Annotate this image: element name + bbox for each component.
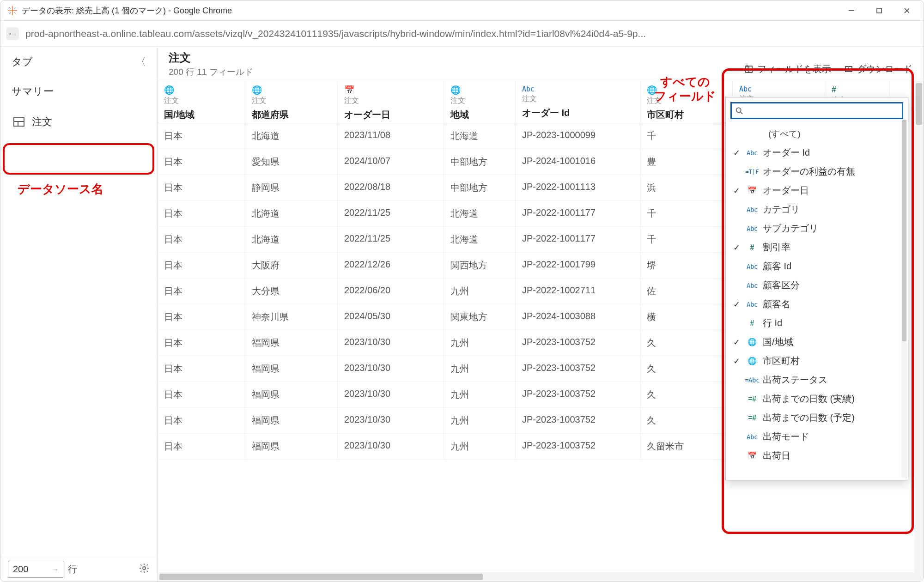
vscroll-thumb[interactable] — [916, 83, 922, 125]
cell[interactable]: 中部地方 — [444, 175, 516, 201]
cell[interactable]: 大分県 — [245, 279, 338, 304]
sidebar-item-summary[interactable]: サマリー — [0, 77, 157, 106]
cell[interactable]: 福岡県 — [245, 330, 338, 356]
field-item[interactable]: Abcサブカテゴリ — [726, 219, 908, 238]
sidebar-item-datasource[interactable]: 注文 — [5, 109, 152, 135]
field-search-box[interactable] — [730, 102, 903, 119]
cell[interactable]: 浜 — [640, 175, 733, 201]
cell[interactable]: 九州 — [444, 330, 516, 356]
row-count-input[interactable]: 200 → — [8, 561, 63, 578]
cell[interactable]: 北海道 — [245, 201, 338, 227]
cell[interactable]: 日本 — [158, 175, 245, 201]
horizontal-scrollbar[interactable] — [158, 572, 924, 582]
field-item[interactable]: Abc顧客区分 — [726, 276, 908, 295]
cell[interactable]: 九州 — [444, 279, 516, 304]
field-item[interactable]: =#出荷までの日数 (実績) — [726, 389, 908, 408]
cell[interactable]: 日本 — [158, 408, 245, 434]
cell[interactable]: 堺 — [640, 253, 733, 279]
field-item[interactable]: #行 Id — [726, 314, 908, 333]
cell[interactable]: 2023/10/30 — [338, 382, 444, 408]
cell[interactable]: 2022/12/26 — [338, 253, 444, 279]
popup-scroll-thumb[interactable] — [902, 120, 906, 341]
field-item[interactable]: ✓📅オーダー日 — [726, 181, 908, 200]
cell[interactable]: 日本 — [158, 356, 245, 382]
cell[interactable]: 横 — [640, 304, 733, 330]
cell[interactable]: JP-2023-1003752 — [516, 434, 640, 460]
field-item[interactable]: ✓#割引率 — [726, 238, 908, 257]
cell[interactable]: 久 — [640, 382, 733, 408]
cell[interactable]: 千 — [640, 227, 733, 253]
settings-icon[interactable] — [139, 563, 150, 576]
cell[interactable]: JP-2022-1001113 — [516, 175, 640, 201]
cell[interactable]: 千 — [640, 123, 733, 149]
hscroll-thumb[interactable] — [159, 574, 483, 580]
cell[interactable]: 九州 — [444, 356, 516, 382]
field-item[interactable]: =T|Fオーダーの利益の有無 — [726, 162, 908, 181]
cell[interactable]: 福岡県 — [245, 434, 338, 460]
cell[interactable]: 中部地方 — [444, 149, 516, 175]
cell[interactable]: 日本 — [158, 434, 245, 460]
cell[interactable]: 日本 — [158, 253, 245, 279]
cell[interactable]: 北海道 — [245, 227, 338, 253]
cell[interactable]: 久留米市 — [640, 434, 733, 460]
url-text[interactable]: prod-apnortheast-a.online.tableau.com/as… — [25, 28, 646, 39]
cell[interactable]: 2024/05/30 — [338, 304, 444, 330]
cell[interactable]: 福岡県 — [245, 408, 338, 434]
cell[interactable]: JP-2022-1001177 — [516, 201, 640, 227]
column-header-country[interactable]: 🌐注文国/地域 — [158, 81, 245, 123]
cell[interactable]: 2024/10/07 — [338, 149, 444, 175]
field-item[interactable]: ✓Abcオーダー Id — [726, 143, 908, 162]
cell[interactable]: 日本 — [158, 149, 245, 175]
cell[interactable]: JP-2024-1001016 — [516, 149, 640, 175]
cell[interactable]: 久 — [640, 356, 733, 382]
cell[interactable]: 2022/08/18 — [338, 175, 444, 201]
field-search-input[interactable] — [747, 105, 898, 116]
field-item-all[interactable]: (すべて) — [726, 125, 908, 143]
cell[interactable]: 久 — [640, 330, 733, 356]
cell[interactable]: JP-2023-1003752 — [516, 408, 640, 434]
close-button[interactable] — [893, 1, 921, 20]
field-item[interactable]: 📅出荷日 — [726, 446, 908, 465]
cell[interactable]: 北海道 — [245, 123, 338, 149]
cell[interactable]: JP-2023-1003752 — [516, 330, 640, 356]
cell[interactable]: 福岡県 — [245, 382, 338, 408]
cell[interactable]: 福岡県 — [245, 356, 338, 382]
column-header-region[interactable]: 🌐注文地域 — [444, 81, 516, 123]
cell[interactable]: 2022/11/25 — [338, 201, 444, 227]
cell[interactable]: 九州 — [444, 382, 516, 408]
cell[interactable]: 静岡県 — [245, 175, 338, 201]
cell[interactable]: JP-2022-1001799 — [516, 253, 640, 279]
field-item[interactable]: Abcカテゴリ — [726, 200, 908, 219]
cell[interactable]: 日本 — [158, 304, 245, 330]
cell[interactable]: 千 — [640, 201, 733, 227]
cell[interactable]: 2023/10/30 — [338, 408, 444, 434]
field-item[interactable]: =Abc出荷ステータス — [726, 370, 908, 389]
popup-scrollbar[interactable] — [901, 120, 907, 478]
cell[interactable]: JP-2023-1003752 — [516, 382, 640, 408]
field-list[interactable]: (すべて)✓Abcオーダー Id=T|Fオーダーの利益の有無✓📅オーダー日Abc… — [726, 124, 908, 480]
column-header-pref[interactable]: 🌐注文都道府県 — [245, 81, 338, 123]
cell[interactable]: 日本 — [158, 279, 245, 304]
cell[interactable]: 日本 — [158, 330, 245, 356]
cell[interactable]: 2022/06/20 — [338, 279, 444, 304]
cell[interactable]: 神奈川県 — [245, 304, 338, 330]
field-item[interactable]: ✓🌐国/地域 — [726, 333, 908, 352]
cell[interactable]: 2023/10/30 — [338, 330, 444, 356]
cell[interactable]: 2023/11/08 — [338, 123, 444, 149]
maximize-button[interactable] — [865, 1, 893, 20]
cell[interactable]: 日本 — [158, 123, 245, 149]
cell[interactable]: 北海道 — [444, 227, 516, 253]
field-item[interactable]: ✓🌐市区町村 — [726, 352, 908, 370]
cell[interactable]: 大阪府 — [245, 253, 338, 279]
site-info-icon[interactable]: ◦─ — [6, 27, 19, 40]
cell[interactable]: 佐 — [640, 279, 733, 304]
column-header-odate[interactable]: 📅注文オーダー日 — [338, 81, 444, 123]
cell[interactable]: 九州 — [444, 434, 516, 460]
cell[interactable]: 2023/10/30 — [338, 356, 444, 382]
cell[interactable]: 2023/10/30 — [338, 434, 444, 460]
field-item[interactable]: Abc顧客 Id — [726, 257, 908, 276]
cell[interactable]: 九州 — [444, 408, 516, 434]
column-header-oid[interactable]: Abc注文オーダー Id — [516, 81, 640, 123]
show-fields-button[interactable]: フィールドを表示 — [744, 63, 831, 75]
minimize-button[interactable] — [838, 1, 865, 20]
